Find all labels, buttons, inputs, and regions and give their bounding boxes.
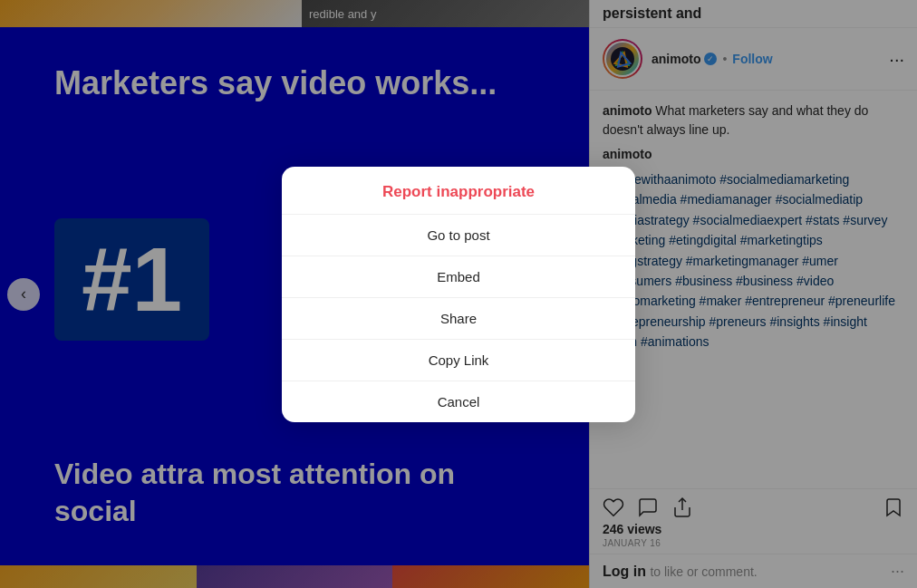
modal-item-go-to-post[interactable]: Go to post [282,215,635,256]
modal-item-share[interactable]: Share [282,298,635,340]
modal-item-copy-link[interactable]: Copy Link [282,340,635,381]
modal-overlay[interactable]: Report inappropriate Go to post Embed Sh… [0,0,917,588]
modal-item-cancel[interactable]: Cancel [282,381,635,422]
report-modal: Report inappropriate Go to post Embed Sh… [282,167,635,422]
modal-item-embed[interactable]: Embed [282,256,635,298]
modal-title: Report inappropriate [282,167,635,215]
